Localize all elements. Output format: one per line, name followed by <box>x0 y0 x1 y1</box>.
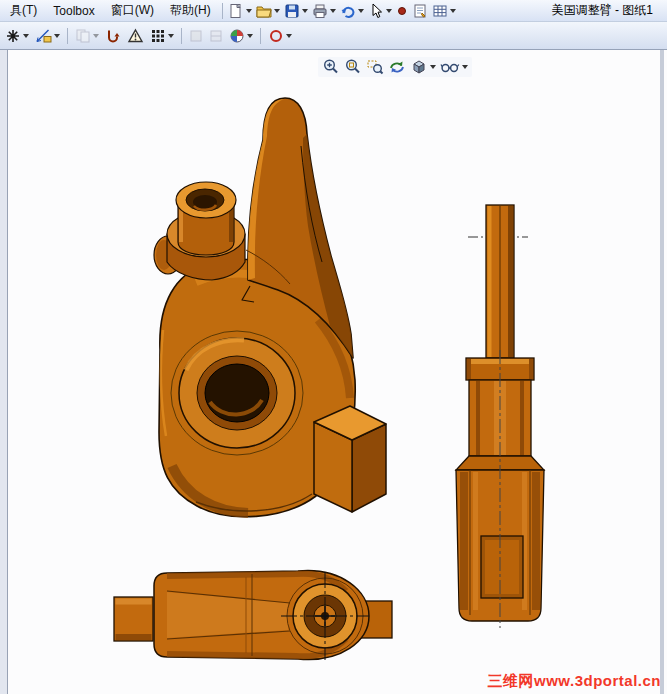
menu-window[interactable]: 窗口(W) <box>103 0 162 22</box>
menu-toolbox[interactable]: Toolbox <box>45 1 102 21</box>
chevron-down-icon <box>302 9 308 13</box>
chevron-down-icon <box>386 9 392 13</box>
table-grid-icon[interactable] <box>430 2 458 20</box>
chevron-down-icon <box>54 34 60 38</box>
solidworks-window: 具(T) Toolbox 窗口(W) 帮助(H) <box>0 0 667 694</box>
drawing-canvas[interactable]: 三维网www.3dportal.cn <box>0 50 667 694</box>
toolbar-separator <box>260 28 261 44</box>
select-pointer-icon[interactable] <box>366 2 394 20</box>
model-items-icon[interactable] <box>103 27 123 45</box>
chevron-down-icon <box>274 9 280 13</box>
chevron-down-icon <box>358 9 364 13</box>
toolbar-separator <box>181 28 182 44</box>
window-title: 美国调整臂 - 图纸1 <box>552 2 667 19</box>
dot-grid-icon[interactable] <box>148 27 176 45</box>
chevron-down-icon <box>93 34 99 38</box>
open-folder-icon[interactable] <box>254 2 282 20</box>
menubar: 具(T) Toolbox 窗口(W) 帮助(H) <box>0 0 667 22</box>
undo-icon[interactable] <box>338 2 366 20</box>
toolbar-separator <box>67 28 68 44</box>
print-icon[interactable] <box>310 2 338 20</box>
edit-color-icon[interactable] <box>227 27 255 45</box>
drawing-toolbar <box>0 22 667 50</box>
annotation-star-icon[interactable] <box>3 27 31 45</box>
chevron-down-icon <box>23 34 29 38</box>
isometric-view[interactable] <box>154 98 386 517</box>
chevron-down-icon <box>330 9 336 13</box>
side-view[interactable] <box>456 205 544 628</box>
disabled-tool2-icon[interactable] <box>207 27 225 45</box>
warning-triangle-icon[interactable] <box>125 27 146 45</box>
chevron-down-icon <box>286 34 292 38</box>
chevron-down-icon <box>450 9 456 13</box>
menu-help[interactable]: 帮助(H) <box>162 0 219 22</box>
new-document-icon[interactable] <box>226 2 254 20</box>
chevron-down-icon <box>247 34 253 38</box>
draw-circle-icon[interactable] <box>266 27 294 45</box>
chevron-down-icon <box>168 34 174 38</box>
smart-dimension-icon[interactable] <box>33 27 62 45</box>
sheet-properties-icon[interactable] <box>410 2 430 20</box>
drawing-sheet[interactable] <box>0 50 667 694</box>
record-dot-icon[interactable] <box>394 2 410 20</box>
watermark: 三维网www.3dportal.cn <box>488 672 661 691</box>
disabled-tool-icon[interactable] <box>187 27 205 45</box>
chevron-down-icon <box>246 9 252 13</box>
toolbar-separator <box>222 3 223 19</box>
save-icon[interactable] <box>282 2 310 20</box>
menu-tools[interactable]: 具(T) <box>2 0 45 22</box>
copy-icon[interactable] <box>73 27 101 45</box>
bottom-view[interactable] <box>114 571 392 660</box>
